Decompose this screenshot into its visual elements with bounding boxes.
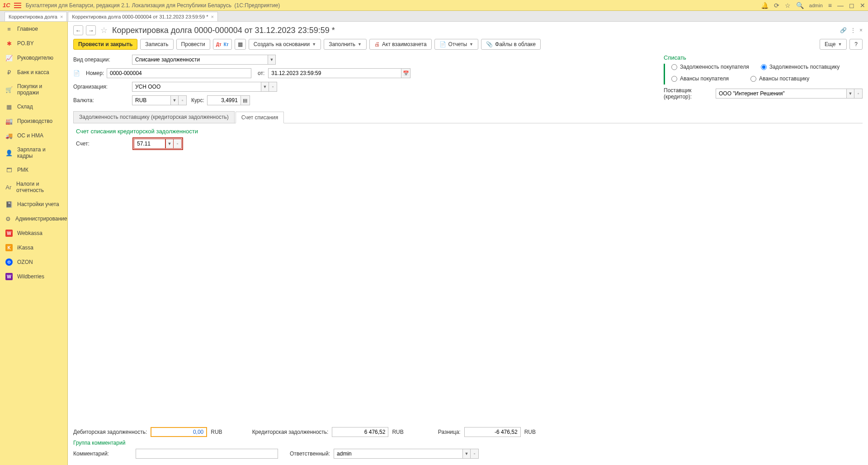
more-menu-icon[interactable]: ⋮ xyxy=(850,27,856,33)
ozon-icon: O xyxy=(5,258,13,266)
tabstrip: Корректировка долга × Корректировка долг… xyxy=(0,11,868,22)
wildberries-icon: W xyxy=(5,273,13,280)
post-and-close-button[interactable]: Провести и закрыть xyxy=(73,39,137,50)
sidebar-item-wildberries[interactable]: WWildberries xyxy=(0,269,67,284)
org-input[interactable] xyxy=(132,82,261,92)
radio-buyer-advance[interactable]: Авансы покупателя xyxy=(671,75,729,82)
structure-button[interactable]: ▦ xyxy=(235,39,246,50)
tab-item[interactable]: Корректировка долга 0000-000004 от 31.12… xyxy=(68,12,218,21)
close-doc-icon[interactable]: × xyxy=(859,27,863,33)
open-icon[interactable]: ▫ xyxy=(269,82,277,92)
sidebar: ≡Главное ✱PO.BY 📈Руководителю ₽Банк и ка… xyxy=(0,22,68,465)
comment-label: Комментарий: xyxy=(73,451,132,457)
help-button[interactable]: ? xyxy=(849,39,863,50)
sidebar-item-settings[interactable]: 📓Настройки учета xyxy=(0,197,67,211)
calculator-icon[interactable]: ▤ xyxy=(241,95,250,105)
dropdown-icon[interactable]: ▼ xyxy=(462,449,471,459)
dropdown-icon[interactable]: ▼ xyxy=(170,95,179,105)
sidebar-label: Производство xyxy=(17,118,52,124)
create-based-button[interactable]: Создать на основании▼ xyxy=(249,39,321,50)
dropdown-icon[interactable]: ▼ xyxy=(846,89,854,99)
inner-tab-account[interactable]: Счет списания xyxy=(236,112,284,123)
open-icon[interactable]: ▫ xyxy=(854,89,863,99)
history-icon[interactable]: ⟳ xyxy=(774,2,779,9)
link-icon[interactable]: 🔗 xyxy=(840,27,847,33)
truck-icon: 🚚 xyxy=(5,132,13,139)
cloud-files-button[interactable]: 📎Файлы в облаке xyxy=(481,39,541,50)
operation-input[interactable] xyxy=(132,55,268,65)
bell-icon[interactable]: 🔔 xyxy=(761,2,769,9)
sidebar-item-webkassa[interactable]: WWebkassa xyxy=(0,226,67,240)
dt-kt-button[interactable]: ДтКт xyxy=(213,39,232,50)
sidebar-label: Webkassa xyxy=(17,230,42,236)
user-label[interactable]: admin xyxy=(809,3,823,8)
open-icon[interactable]: ▫ xyxy=(174,139,182,149)
operation-label: Вид операции: xyxy=(73,56,132,63)
act-button[interactable]: 🖨Акт взаимозачета xyxy=(369,39,432,50)
supplier-input[interactable] xyxy=(716,89,846,99)
currency-input[interactable] xyxy=(132,95,170,105)
rate-input[interactable] xyxy=(207,95,241,105)
minimize-icon[interactable]: — xyxy=(837,2,844,9)
logo-1c: 1C xyxy=(3,2,10,9)
open-icon[interactable]: ▫ xyxy=(471,449,479,459)
maximize-icon[interactable]: ◻ xyxy=(849,2,854,9)
radio-supplier-advance[interactable]: Авансы поставщику xyxy=(750,75,809,82)
tab-item[interactable]: Корректировка долга × xyxy=(5,12,67,21)
comment-group-link[interactable]: Группа комментарий xyxy=(73,440,125,446)
number-label: Номер: xyxy=(86,70,107,76)
dropdown-icon[interactable]: ▼ xyxy=(165,139,174,149)
radio-supplier-debt[interactable]: Задолженность поставщику xyxy=(761,64,840,70)
post-button[interactable]: Провести xyxy=(176,39,210,50)
sidebar-item-bank[interactable]: ₽Банк и касса xyxy=(0,65,67,80)
responsible-input[interactable] xyxy=(334,449,462,459)
more-button[interactable]: Еще▼ xyxy=(820,39,847,50)
fill-button[interactable]: Заполнить▼ xyxy=(324,39,367,50)
factory-icon: 🏭 xyxy=(5,117,13,125)
sidebar-item-assets[interactable]: 🚚ОС и НМА xyxy=(0,128,67,143)
sidebar-item-warehouse[interactable]: ▦Склад xyxy=(0,99,67,114)
settings-icon[interactable]: ≡ xyxy=(828,2,832,9)
sidebar-item-manager[interactable]: 📈Руководителю xyxy=(0,51,67,65)
menu-burger-icon[interactable] xyxy=(14,3,21,8)
org-label: Организация: xyxy=(73,84,132,90)
debit-currency: RUB xyxy=(211,429,222,435)
date-input[interactable] xyxy=(268,68,401,78)
reports-button[interactable]: 📄Отчеты▼ xyxy=(434,39,478,50)
save-button[interactable]: Записать xyxy=(140,39,173,50)
dropdown-icon[interactable]: ▼ xyxy=(261,82,269,92)
nav-forward-button[interactable]: → xyxy=(86,25,96,35)
nav-back-button[interactable]: ← xyxy=(73,25,83,35)
tab-close-icon[interactable]: × xyxy=(211,14,213,19)
debit-input[interactable] xyxy=(151,427,207,437)
inner-tab-debt[interactable]: Задолженность поставщику (кредиторская з… xyxy=(73,111,235,123)
open-icon[interactable]: ▫ xyxy=(179,95,187,105)
sidebar-item-ikassa[interactable]: KiKassa xyxy=(0,240,67,255)
tab-close-icon[interactable]: × xyxy=(60,14,63,19)
number-input[interactable] xyxy=(107,68,251,78)
credit-input[interactable] xyxy=(332,427,388,437)
radio-buyer-debt[interactable]: Задолженность покупателя xyxy=(671,64,749,70)
sidebar-item-main[interactable]: ≡Главное xyxy=(0,22,67,36)
new-doc-icon[interactable]: 📄 xyxy=(73,70,86,76)
sidebar-item-ozon[interactable]: OOZON xyxy=(0,255,67,269)
sidebar-item-sales[interactable]: 🛒Покупки и продажи xyxy=(0,80,67,99)
sidebar-item-admin[interactable]: ⚙Администрирование xyxy=(0,211,67,226)
sidebar-item-tax[interactable]: AгНалоги и отчетность xyxy=(0,177,67,197)
comment-input[interactable] xyxy=(136,449,278,459)
sidebar-item-production[interactable]: 🏭Производство xyxy=(0,114,67,128)
dropdown-icon[interactable]: ▼ xyxy=(268,55,276,65)
search-icon[interactable]: 🔍 xyxy=(796,2,804,9)
sidebar-label: РМК xyxy=(17,167,28,173)
close-window-icon[interactable]: ✕ xyxy=(860,2,865,9)
diff-label: Разница: xyxy=(438,429,461,435)
sidebar-label: PO.BY xyxy=(17,40,34,47)
account-input[interactable] xyxy=(134,139,165,149)
calendar-icon[interactable]: 📅 xyxy=(401,68,410,78)
diff-input[interactable] xyxy=(464,427,521,437)
sidebar-item-poby[interactable]: ✱PO.BY xyxy=(0,36,67,51)
sidebar-item-hr[interactable]: 👤Зарплата и кадры xyxy=(0,143,67,163)
favorite-star-icon[interactable]: ☆ xyxy=(100,25,108,35)
star-icon[interactable]: ☆ xyxy=(785,2,791,9)
sidebar-item-rmk[interactable]: 🗔РМК xyxy=(0,163,67,177)
